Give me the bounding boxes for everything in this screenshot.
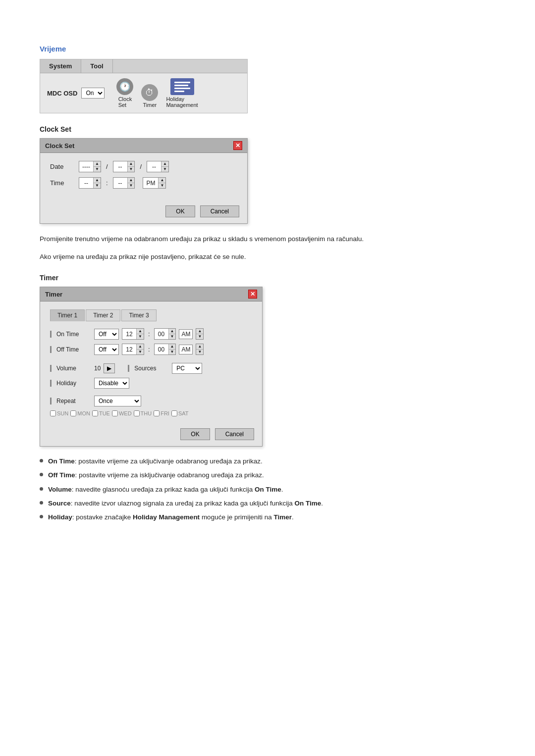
day-wed-label: WED — [119, 410, 132, 416]
day-mon-label: MON — [77, 410, 90, 416]
holiday-label: Holiday — [56, 380, 91, 387]
off-time-select[interactable]: Off On — [94, 344, 119, 355]
on-ampm-up[interactable]: ▲ — [196, 329, 203, 334]
ampm-arrows[interactable]: ▲ ▼ — [158, 178, 165, 188]
time-colon: : — [105, 179, 109, 187]
time-spin1[interactable]: -- ▲ ▼ — [79, 177, 101, 189]
day-mon-checkbox[interactable] — [70, 410, 76, 416]
bullet-dot-2 — [40, 473, 43, 476]
ampm-up[interactable]: ▲ — [159, 178, 165, 183]
volume-label: Volume — [56, 365, 91, 372]
off-time-min-spin[interactable]: 00 ▲ ▼ — [154, 344, 176, 355]
off-ampm-up[interactable]: ▲ — [196, 344, 203, 350]
day-tue[interactable]: TUE — [92, 410, 110, 416]
on-time-select[interactable]: Off On — [94, 329, 119, 340]
time-spin2[interactable]: -- ▲ ▼ — [113, 177, 135, 189]
date-arrows2[interactable]: ▲ ▼ — [127, 161, 135, 172]
timer-tab-2[interactable]: Timer 2 — [86, 309, 120, 321]
on-time-bar — [50, 331, 52, 338]
date-down3[interactable]: ▼ — [161, 167, 168, 172]
day-mon[interactable]: MON — [70, 410, 90, 416]
off-min-up[interactable]: ▲ — [169, 344, 176, 350]
mdc-icons: 🕐 ClockSet ⏱ Timer — [116, 78, 198, 108]
timer-icon-label: Timer — [143, 102, 157, 108]
off-ampm-down[interactable]: ▼ — [196, 350, 203, 354]
clock-set-label: ClockSet — [118, 96, 132, 108]
off-time-row: Off Time Off On 12 ▲ ▼ : 00 ▲ — [50, 344, 252, 355]
mdc-osd-select[interactable]: On Off — [81, 88, 105, 99]
day-sun[interactable]: SUN — [50, 410, 68, 416]
off-time-hour-arrows[interactable]: ▲ ▼ — [136, 344, 144, 354]
timer-dialog: Timer ✕ Timer 1 Timer 2 Timer 3 On Time … — [40, 287, 263, 447]
on-ampm-down[interactable]: ▼ — [196, 334, 203, 339]
date-arrows3[interactable]: ▲ ▼ — [161, 161, 168, 172]
timer-icon-item[interactable]: ⏱ Timer — [141, 84, 158, 108]
timer-tab-3[interactable]: Timer 3 — [121, 309, 156, 321]
time-arrows1[interactable]: ▲ ▼ — [93, 178, 101, 188]
holiday-icon-item[interactable]: HolidayManagement — [166, 78, 198, 108]
off-ampm-arrows[interactable]: ▲ ▼ — [196, 344, 204, 355]
ampm-down[interactable]: ▼ — [159, 183, 165, 188]
date-up1[interactable]: ▲ — [94, 161, 101, 167]
on-min-up[interactable]: ▲ — [169, 329, 176, 334]
time-down2[interactable]: ▼ — [128, 183, 135, 188]
on-hour-up[interactable]: ▲ — [137, 329, 144, 334]
day-sat[interactable]: SAT — [171, 410, 189, 416]
on-hour-down[interactable]: ▼ — [137, 334, 144, 339]
timer-close-button[interactable]: ✕ — [248, 290, 257, 299]
timer-cancel-button[interactable]: Cancel — [215, 428, 254, 440]
day-fri-checkbox[interactable] — [154, 410, 160, 416]
on-min-down[interactable]: ▼ — [169, 334, 176, 339]
date-down2[interactable]: ▼ — [128, 167, 135, 172]
clock-set-ok-button[interactable]: OK — [165, 205, 195, 217]
tab-tool[interactable]: Tool — [81, 59, 112, 73]
bullet-volume-end: . — [281, 486, 283, 493]
date-spin1[interactable]: ---- ▲ ▼ — [79, 161, 101, 172]
time-down1[interactable]: ▼ — [94, 183, 101, 188]
date-up3[interactable]: ▲ — [161, 161, 168, 167]
day-thu-checkbox[interactable] — [134, 410, 140, 416]
holiday-select[interactable]: Disable Enable — [94, 378, 129, 389]
on-time-min-spin[interactable]: 00 ▲ ▼ — [154, 328, 176, 340]
day-sat-checkbox[interactable] — [171, 410, 177, 416]
date-up2[interactable]: ▲ — [128, 161, 135, 167]
timer-tab-1[interactable]: Timer 1 — [50, 309, 85, 321]
time-val2: -- — [113, 179, 127, 188]
off-time-min-arrows[interactable]: ▲ ▼ — [168, 344, 176, 354]
volume-right-button[interactable]: ▶ — [104, 363, 115, 373]
day-tue-checkbox[interactable] — [92, 410, 98, 416]
time-up2[interactable]: ▲ — [128, 178, 135, 183]
date-arrows1[interactable]: ▲ ▼ — [93, 161, 101, 172]
date-down1[interactable]: ▼ — [94, 167, 101, 172]
ampm-spin[interactable]: PM ▲ ▼ — [143, 177, 166, 189]
off-time-label: Off Time — [56, 346, 91, 353]
off-min-down[interactable]: ▼ — [169, 350, 176, 354]
off-time-hour-spin[interactable]: 12 ▲ ▼ — [122, 344, 144, 355]
time-up1[interactable]: ▲ — [94, 178, 101, 183]
tab-system[interactable]: System — [40, 59, 81, 73]
clock-set-close-button[interactable]: ✕ — [233, 141, 242, 150]
clock-set-titlebar: Clock Set ✕ — [40, 139, 247, 153]
on-time-hour-spin[interactable]: 12 ▲ ▼ — [122, 328, 144, 340]
days-row: SUN MON TUE WED THU — [50, 410, 252, 416]
on-time-min-arrows[interactable]: ▲ ▼ — [168, 329, 176, 339]
on-time-hour-arrows[interactable]: ▲ ▼ — [136, 329, 144, 339]
clock-set-icon-item[interactable]: 🕐 ClockSet — [116, 78, 133, 108]
day-thu[interactable]: THU — [134, 410, 152, 416]
bullet-volume: Volume: navedite glasnoću uređaja za pri… — [40, 485, 495, 495]
date-spin3[interactable]: -- ▲ ▼ — [147, 161, 169, 172]
off-hour-up[interactable]: ▲ — [137, 344, 144, 350]
repeat-select[interactable]: Once Every Day Every Week — [94, 396, 141, 406]
time-arrows2[interactable]: ▲ ▼ — [127, 178, 135, 188]
day-sun-checkbox[interactable] — [50, 410, 56, 416]
day-wed-checkbox[interactable] — [112, 410, 118, 416]
date-spin2[interactable]: -- ▲ ▼ — [113, 161, 135, 172]
sources-select[interactable]: PC HDMI AV — [172, 363, 202, 374]
on-ampm-arrows[interactable]: ▲ ▼ — [196, 328, 204, 340]
timer-ok-button[interactable]: OK — [180, 428, 210, 440]
off-hour-down[interactable]: ▼ — [137, 350, 144, 354]
off-time-ampm: AM — [179, 345, 193, 354]
day-fri[interactable]: FRI — [154, 410, 169, 416]
clock-set-cancel-button[interactable]: Cancel — [200, 205, 239, 217]
day-wed[interactable]: WED — [112, 410, 132, 416]
